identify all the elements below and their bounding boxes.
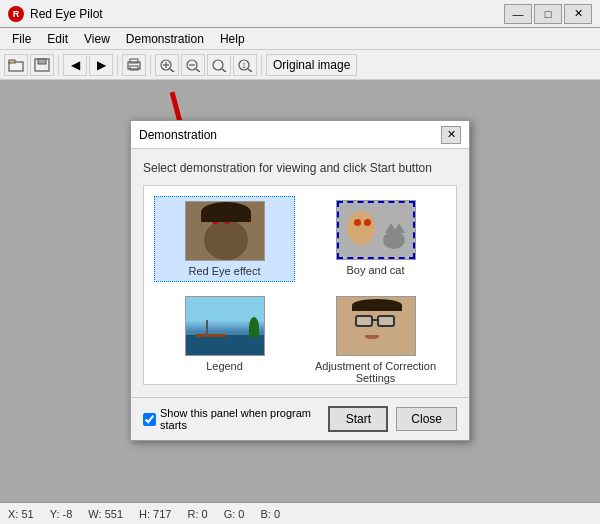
demo-thumb-boy-cat xyxy=(336,200,416,260)
demo-item-boy-cat[interactable]: Boy and cat xyxy=(305,196,446,282)
minimize-button[interactable]: — xyxy=(504,4,532,24)
toolbar-original-image-button[interactable]: Original image xyxy=(266,54,357,76)
svg-line-13 xyxy=(196,69,200,72)
dialog-overlay: Demonstration ✕ Select demonstration for… xyxy=(0,80,600,502)
svg-line-10 xyxy=(170,69,174,72)
window-controls: — □ ✕ xyxy=(504,4,592,24)
toolbar-separator-2 xyxy=(117,55,118,75)
start-button[interactable]: Start xyxy=(328,406,388,432)
title-bar-text: Red Eye Pilot xyxy=(30,7,504,21)
toolbar-separator-4 xyxy=(261,55,262,75)
toolbar-zoom-out-button[interactable] xyxy=(181,54,205,76)
svg-line-15 xyxy=(222,69,226,72)
menu-file[interactable]: File xyxy=(4,30,39,48)
status-h: H: 717 xyxy=(139,508,171,520)
demo-item-legend[interactable]: Legend xyxy=(154,292,295,385)
status-w: W: 551 xyxy=(88,508,123,520)
status-x: X: 51 xyxy=(8,508,34,520)
demo-label-red-eye: Red Eye effect xyxy=(189,265,261,277)
dialog-title: Demonstration xyxy=(139,128,441,142)
app-icon: R xyxy=(8,6,24,22)
menu-edit[interactable]: Edit xyxy=(39,30,76,48)
main-area: Demonstration ✕ Select demonstration for… xyxy=(0,80,600,502)
menu-help[interactable]: Help xyxy=(212,30,253,48)
demo-grid: Red Eye effect xyxy=(144,186,456,385)
toolbar-back-button[interactable]: ◀ xyxy=(63,54,87,76)
toolbar-zoom-in-button[interactable] xyxy=(155,54,179,76)
svg-rect-1 xyxy=(9,60,15,63)
menu-demonstration[interactable]: Demonstration xyxy=(118,30,212,48)
demo-thumb-red-eye xyxy=(185,201,265,261)
menu-view[interactable]: View xyxy=(76,30,118,48)
demo-label-legend: Legend xyxy=(206,360,243,372)
toolbar-separator-3 xyxy=(150,55,151,75)
toolbar-separator-1 xyxy=(58,55,59,75)
status-r: R: 0 xyxy=(187,508,207,520)
toolbar-save-button[interactable] xyxy=(30,54,54,76)
demo-thumb-adjustment xyxy=(336,296,416,356)
svg-point-14 xyxy=(213,60,223,70)
dialog-close-x-button[interactable]: ✕ xyxy=(441,126,461,144)
demo-label-adjustment: Adjustment of CorrectionSettings xyxy=(315,360,436,384)
svg-line-18 xyxy=(248,69,252,72)
maximize-button[interactable]: □ xyxy=(534,4,562,24)
status-y: Y: -8 xyxy=(50,508,73,520)
dialog-footer: Show this panel when program starts Star… xyxy=(131,397,469,440)
menu-bar: File Edit View Demonstration Help xyxy=(0,28,600,50)
demo-grid-container[interactable]: Red Eye effect xyxy=(143,185,457,385)
toolbar-open-button[interactable] xyxy=(4,54,28,76)
status-g: G: 0 xyxy=(224,508,245,520)
dialog-title-bar: Demonstration ✕ xyxy=(131,121,469,149)
dialog-subtitle: Select demonstration for viewing and cli… xyxy=(143,161,457,175)
toolbar: ◀ ▶ 1 Original image xyxy=(0,50,600,80)
demo-label-boy-cat: Boy and cat xyxy=(346,264,404,276)
show-panel-checkbox[interactable] xyxy=(143,413,156,426)
dialog-body: Select demonstration for viewing and cli… xyxy=(131,149,469,397)
demo-item-adjustment[interactable]: Adjustment of CorrectionSettings xyxy=(305,292,446,385)
demonstration-dialog: Demonstration ✕ Select demonstration for… xyxy=(130,120,470,441)
show-panel-label: Show this panel when program starts xyxy=(160,407,320,431)
toolbar-zoom-reset-button[interactable]: 1 xyxy=(233,54,257,76)
close-window-button[interactable]: ✕ xyxy=(564,4,592,24)
title-bar: R Red Eye Pilot — □ ✕ xyxy=(0,0,600,28)
status-b: B: 0 xyxy=(260,508,280,520)
close-dialog-button[interactable]: Close xyxy=(396,407,457,431)
toolbar-forward-button[interactable]: ▶ xyxy=(89,54,113,76)
svg-rect-3 xyxy=(38,59,46,64)
status-bar: X: 51 Y: -8 W: 551 H: 717 R: 0 G: 0 B: 0 xyxy=(0,502,600,524)
show-panel-checkbox-label[interactable]: Show this panel when program starts xyxy=(143,407,320,431)
toolbar-zoom-fit-button[interactable] xyxy=(207,54,231,76)
demo-item-red-eye[interactable]: Red Eye effect xyxy=(154,196,295,282)
demo-thumb-legend xyxy=(185,296,265,356)
toolbar-print-button[interactable] xyxy=(122,54,146,76)
svg-text:1: 1 xyxy=(242,62,246,69)
